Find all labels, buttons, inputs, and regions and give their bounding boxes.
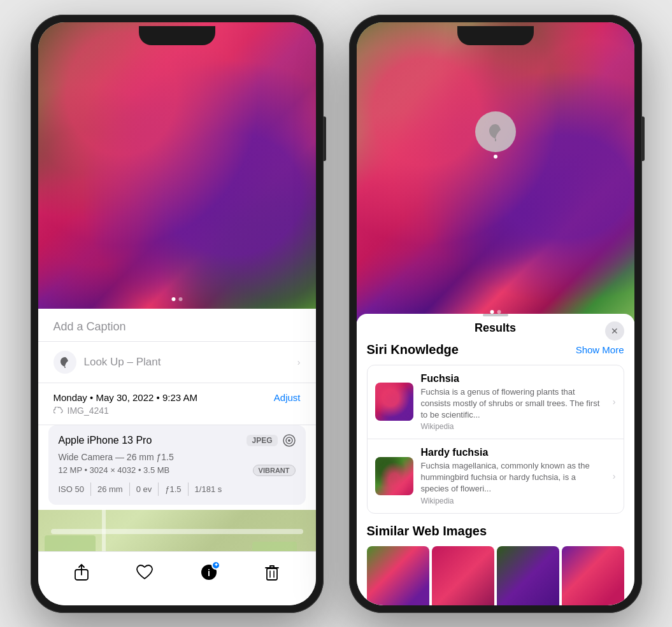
svg-text:i: i [208,568,210,578]
cloud-icon [54,407,64,414]
similar-image-1[interactable] [367,546,429,605]
caption-placeholder: Add a Caption [54,320,126,333]
results-close-button[interactable]: ✕ [605,321,624,341]
page-indicator [171,297,182,301]
similar-image-4[interactable] [562,546,624,605]
dot-r-1 [490,310,494,314]
toolbar: i ✦ [38,551,316,605]
hardy-chevron: › [613,471,616,481]
photo-info-section: Add a Caption Look Up – Plant › [38,309,316,580]
hardy-content: Hardy fuchsia Fuchsia magellanica, commo… [421,447,605,505]
hardy-name: Hardy fuchsia [421,447,605,458]
exif-shutter: 1/181 s [189,483,229,496]
adjust-button[interactable]: Adjust [274,392,301,403]
results-panel: Results ✕ Siri Knowledge Show More [357,314,634,605]
meta-date-row: Monday • May 30, 2022 • 9:23 AM Adjust [54,392,301,403]
phone-left-inner: Add a Caption Look Up – Plant › [38,22,316,605]
siri-icon [475,111,516,152]
camera-section: Apple iPhone 13 Pro JPEG Wide Camera — 2… [48,425,306,505]
trash-icon [264,563,280,581]
resolution-text: 12 MP • 3024 × 4032 • 3.5 MB [59,465,170,475]
fuchsia-thumb-image [375,383,413,421]
camera-settings-icon [283,434,296,447]
fuchsia-source: Wikipedia [421,422,605,431]
similar-images-row [367,546,624,605]
phone-right-inner: Results ✕ Siri Knowledge Show More [357,22,634,605]
fuchsia-content: Fuchsia Fuchsia is a genus of flowering … [421,373,605,432]
results-title: Results [475,321,516,335]
camera-header: Apple iPhone 13 Pro JPEG [59,434,296,447]
vibrant-badge: VIBRANT [253,465,296,476]
share-icon [74,563,89,581]
photo-display-left[interactable] [38,22,316,309]
filename-text: IMG_4241 [68,405,109,416]
share-button[interactable] [74,563,89,581]
lookup-icon [54,351,76,374]
flower-photo-right [357,22,634,321]
hardy-thumb-image [375,457,413,495]
fuchsia-name: Fuchsia [421,373,605,384]
fuchsia-chevron: › [613,397,616,407]
exif-iso: ISO 50 [59,483,91,496]
phone-right: Results ✕ Siri Knowledge Show More [349,15,642,613]
exif-row: ISO 50 26 mm 0 ev ƒ1.5 1/181 s [59,483,296,496]
fuchsia-desc: Fuchsia is a genus of flowering plants t… [421,386,605,421]
siri-dot [494,155,497,159]
lookup-subject: Plant [133,356,161,368]
dot-r-2 [497,310,501,314]
exif-ev: 0 ev [130,483,159,496]
meta-section: Monday • May 30, 2022 • 9:23 AM Adjust I… [38,383,316,425]
info-badge-icon: ✦ [214,562,218,568]
dot-2 [178,297,182,301]
knowledge-card: Fuchsia Fuchsia is a genus of flowering … [367,365,624,514]
camera-lens: Wide Camera — 26 mm ƒ1.5 [59,452,296,462]
lookup-label: Look Up – Plant [84,356,161,369]
resolution-row: 12 MP • 3024 × 4032 • 3.5 MB VIBRANT [59,465,296,476]
camera-badges: JPEG [247,434,295,447]
hardy-desc: Fuchsia magellanica, commonly known as t… [421,460,605,495]
siri-knowledge-header: Siri Knowledge Show More [367,342,624,357]
similar-image-3[interactable] [497,546,559,605]
svg-point-3 [288,439,290,442]
info-button[interactable]: i ✦ [200,563,218,581]
info-badge: ✦ [211,561,220,570]
knowledge-item-hardy[interactable]: Hardy fuchsia Fuchsia magellanica, commo… [368,439,624,513]
camera-model: Apple iPhone 13 Pro [59,435,152,446]
siri-leaf-icon [485,122,506,142]
similar-image-2[interactable] [432,546,494,605]
show-more-button[interactable]: Show More [576,344,624,355]
meta-date: Monday • May 30, 2022 • 9:23 AM [54,392,197,403]
dot-1 [171,297,175,301]
flower-photo-left [38,22,316,309]
caption-area[interactable]: Add a Caption [38,309,316,342]
lookup-chevron: › [297,357,301,367]
similar-section: Similar Web Images [357,515,634,605]
phones-container: Add a Caption Look Up – Plant › [18,2,655,626]
phone-left: Add a Caption Look Up – Plant › [31,15,324,613]
hardy-source: Wikipedia [421,497,605,505]
exif-aperture: ƒ1.5 [159,483,188,496]
lookup-text: Look Up – [84,356,134,368]
delete-button[interactable] [264,563,280,581]
jpeg-badge: JPEG [247,435,277,446]
leaf-icon [59,356,71,369]
fuchsia-thumbnail [375,383,413,421]
heart-icon [136,564,154,581]
exif-focal: 26 mm [91,483,130,496]
meta-filename-row: IMG_4241 [54,405,301,416]
like-button[interactable] [136,564,154,581]
similar-title: Similar Web Images [367,524,624,539]
page-indicator-right [490,310,501,314]
hardy-thumbnail [375,457,413,495]
map-road-h [51,529,303,534]
lookup-row[interactable]: Look Up – Plant › [38,342,316,383]
siri-knowledge-section: Siri Knowledge Show More Fuchsia Fuchsia… [357,342,634,514]
svg-rect-7 [267,568,277,580]
siri-knowledge-title: Siri Knowledge [367,342,459,357]
knowledge-item-fuchsia[interactable]: Fuchsia Fuchsia is a genus of flowering … [368,365,624,440]
results-header: Results ✕ [357,316,634,342]
